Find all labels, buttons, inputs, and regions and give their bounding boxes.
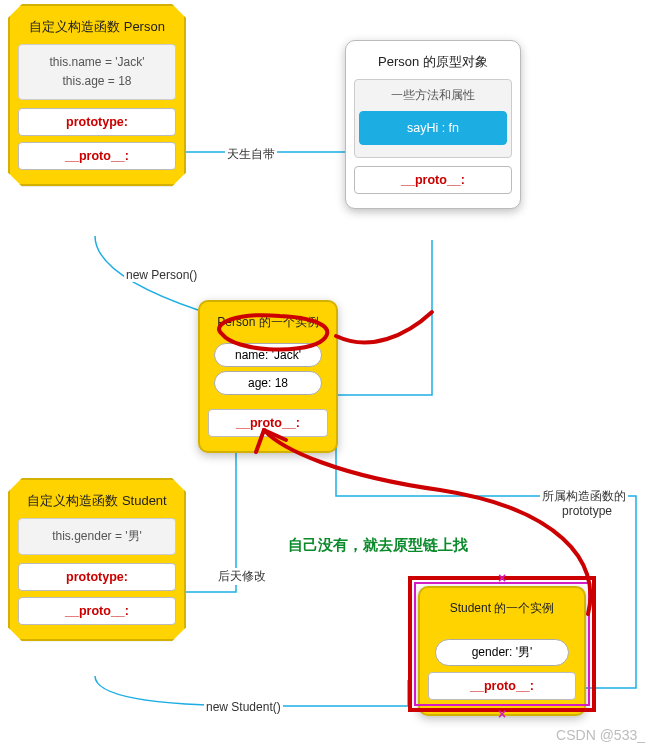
student-constructor-box: 自定义构造函数 Student this.gender = '男' protot… (8, 478, 186, 641)
person-instance-proto-slot: __proto__: (208, 409, 328, 437)
edge-label-modify: 后天修改 (216, 568, 268, 585)
student-instance-proto-slot: __proto__: (428, 672, 576, 700)
student-constructor-title: 自定义构造函数 Student (18, 488, 176, 518)
student-ctor-proto-slot: __proto__: (18, 597, 176, 625)
person-constructor-title: 自定义构造函数 Person (18, 14, 176, 44)
edge-label-belongs-1: 所属构造函数的 (540, 488, 628, 505)
annotation-green: 自己没有，就去原型链上找 (288, 536, 468, 555)
person-ctor-code-2: this.age = 18 (25, 72, 169, 91)
person-ctor-proto-slot: __proto__: (18, 142, 176, 170)
person-constructor-box: 自定义构造函数 Person this.name = 'Jack' this.a… (8, 4, 186, 186)
student-instance-box: Student 的一个实例 gender: '男' __proto__: (418, 586, 586, 716)
person-constructor-body: this.name = 'Jack' this.age = 18 (18, 44, 176, 100)
person-instance-prop-name: name: 'Jack' (214, 343, 322, 367)
person-prototype-inner: 一些方法和属性 sayHi : fn (354, 79, 512, 158)
watermark: CSDN @533_ (556, 727, 645, 743)
student-constructor-body: this.gender = '男' (18, 518, 176, 555)
person-instance-prop-age: age: 18 (214, 371, 322, 395)
student-instance-prop-gender: gender: '男' (435, 639, 568, 666)
student-ctor-prototype-slot: prototype: (18, 563, 176, 591)
person-prototype-method: sayHi : fn (359, 111, 507, 145)
student-ctor-code-1: this.gender = '男' (25, 527, 169, 546)
student-instance-title: Student 的一个实例 (428, 596, 576, 635)
person-prototype-box: Person 的原型对象 一些方法和属性 sayHi : fn __proto_… (345, 40, 521, 209)
edge-label-innate: 天生自带 (225, 146, 277, 163)
person-ctor-prototype-slot: prototype: (18, 108, 176, 136)
person-instance-box: Person 的一个实例 name: 'Jack' age: 18 __prot… (198, 300, 338, 453)
person-prototype-proto-slot: __proto__: (354, 166, 512, 194)
person-prototype-sub: 一些方法和属性 (359, 86, 507, 105)
edge-label-belongs-2: prototype (560, 504, 614, 518)
person-prototype-title: Person 的原型对象 (354, 49, 512, 79)
selection-x-top: × (498, 570, 506, 586)
edge-label-new-student: new Student() (204, 700, 283, 714)
person-ctor-code-1: this.name = 'Jack' (25, 53, 169, 72)
edge-label-new-person: new Person() (124, 268, 199, 282)
person-instance-title: Person 的一个实例 (208, 310, 328, 339)
selection-x-bottom: × (498, 706, 506, 722)
